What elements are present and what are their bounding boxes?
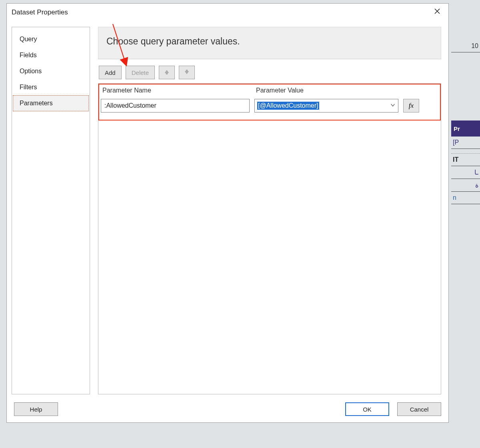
parameter-name-input[interactable] [101, 99, 250, 113]
sidebar-item-fields[interactable]: Fields [12, 47, 90, 63]
close-icon [434, 8, 440, 16]
sidebar-item-label: Query [20, 36, 37, 42]
delete-button-label: Delete [132, 69, 149, 76]
dialog-footer: Help OK Cancel [7, 398, 448, 422]
move-down-button[interactable] [179, 66, 195, 79]
add-button-label: Add [105, 69, 116, 76]
bg-ar2: ة [451, 179, 480, 192]
ok-button-label: OK [363, 406, 372, 413]
background-right-column: 10 Pr [P IT ـا ة n [451, 0, 480, 448]
ok-button[interactable]: OK [345, 402, 389, 416]
sidebar-item-query[interactable]: Query [12, 31, 90, 47]
sidebar-item-label: Options [20, 68, 42, 74]
parameter-value-combo[interactable]: [@AllowedCustomer] [254, 99, 398, 113]
cancel-button-label: Cancel [410, 406, 429, 413]
move-up-button[interactable] [159, 66, 175, 79]
arrow-up-icon [164, 69, 170, 76]
fx-icon: fx [409, 102, 414, 110]
annotation-highlight: Parameter Name Parameter Value [@Allowed… [98, 84, 441, 121]
main-panel: Choose query parameter values. Add Delet… [98, 27, 441, 394]
help-button[interactable]: Help [14, 402, 58, 416]
cancel-button[interactable]: Cancel [397, 402, 441, 416]
grid-headers: Parameter Name Parameter Value [101, 84, 438, 99]
add-button[interactable]: Add [99, 66, 122, 79]
sidebar-item-label: Fields [20, 52, 37, 58]
toolbar: Add Delete [99, 66, 441, 79]
close-button[interactable] [428, 6, 446, 19]
arrow-down-icon [184, 69, 190, 76]
chevron-down-icon [390, 102, 396, 109]
delete-button[interactable]: Delete [126, 66, 155, 79]
sidebar-item-label: Parameters [20, 100, 53, 106]
column-header-name: Parameter Name [101, 87, 254, 94]
dataset-properties-dialog: Dataset Properties Query Fields Options … [6, 3, 449, 423]
titlebar: Dataset Properties [7, 4, 448, 21]
parameters-grid: Parameter Name Parameter Value [@Allowed… [98, 83, 441, 394]
expression-button[interactable]: fx [403, 99, 419, 113]
bg-ar1: ـا [451, 166, 480, 179]
bg-p: [P [451, 137, 480, 149]
page-heading: Choose query parameter values. [98, 27, 441, 59]
bg-it: IT [451, 154, 480, 166]
bg-header: Pr [451, 121, 480, 137]
dialog-title: Dataset Properties [12, 8, 68, 16]
parameter-row: [@AllowedCustomer] fx [101, 99, 438, 113]
sidebar: Query Fields Options Filters Parameters [12, 27, 90, 394]
column-header-value: Parameter Value [254, 87, 438, 94]
bg-num: 10 [451, 40, 480, 52]
help-button-label: Help [30, 406, 42, 413]
sidebar-item-label: Filters [20, 84, 37, 90]
sidebar-item-parameters[interactable]: Parameters [13, 95, 89, 111]
bg-n: n [451, 192, 480, 204]
sidebar-item-filters[interactable]: Filters [12, 79, 90, 95]
sidebar-item-options[interactable]: Options [12, 63, 90, 79]
combo-selected-text: [@AllowedCustomer] [257, 102, 319, 110]
